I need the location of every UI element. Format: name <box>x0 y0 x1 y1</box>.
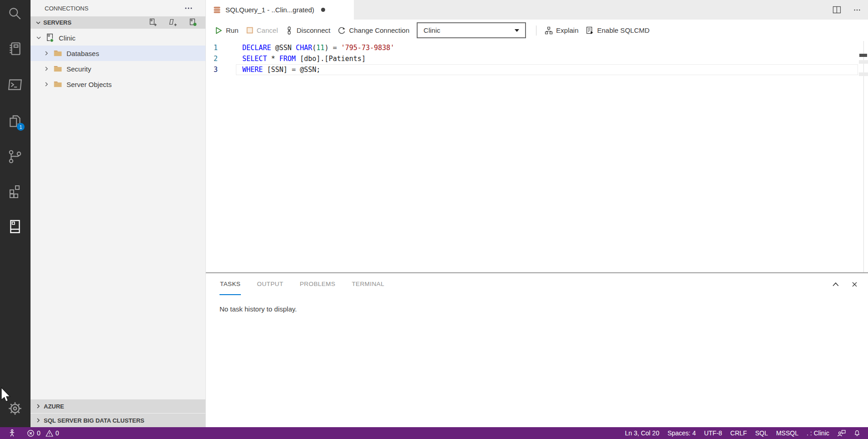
servers-section-label: SERVERS <box>43 19 71 26</box>
close-panel-icon[interactable] <box>851 281 858 288</box>
line-number: 3 <box>206 64 218 75</box>
run-button[interactable]: Run <box>211 23 242 38</box>
extensions-icon[interactable] <box>4 180 26 202</box>
notifications-bell-icon[interactable] <box>850 429 864 437</box>
overview-marker <box>859 72 868 76</box>
servers-section-header[interactable]: SERVERS <box>31 16 205 29</box>
overview-marker <box>859 60 868 64</box>
code-text: DECLARE @SSN CHAR(11) = '795-73-9838' <box>242 42 394 53</box>
editor-region: SQLQuery_1 - ..Clin...grated) <box>205 0 868 427</box>
chevron-right-icon <box>43 66 50 71</box>
panel-tab-tasks[interactable]: TASKS <box>220 273 241 295</box>
chevron-right-icon <box>36 418 41 423</box>
settings-gear-icon[interactable] <box>4 398 26 419</box>
sidebar-title: CONNECTIONS <box>45 5 88 12</box>
maximize-panel-icon[interactable] <box>832 281 839 287</box>
active-connections-icon[interactable] <box>189 18 198 27</box>
tree-row-server-objects[interactable]: Server Objects <box>31 77 205 92</box>
new-connection-icon[interactable] <box>149 18 158 27</box>
tree-label: Clinic <box>59 34 76 42</box>
split-editor-icon[interactable] <box>832 6 841 14</box>
database-dropdown-value: Clinic <box>424 26 440 34</box>
more-actions-icon[interactable] <box>853 6 861 14</box>
error-count: 0 <box>37 429 41 437</box>
code-line-3: 3 WHERE [SSN] = @SSN; <box>206 64 868 75</box>
editor-code-area[interactable]: 1 DECLARE @SSN CHAR(11) = '795-73-9838' … <box>206 41 868 272</box>
empty-tasks-message: No task history to display. <box>220 305 297 313</box>
chevron-down-icon <box>35 35 42 41</box>
language-status[interactable]: SQL <box>751 429 772 437</box>
cancel-button[interactable]: Cancel <box>242 23 282 38</box>
more-actions-icon[interactable] <box>184 4 193 12</box>
status-bar: 0 0 Ln 3, Col 20 Spaces: 4 UTF-8 CRLF SQ… <box>0 427 868 439</box>
folder-icon <box>53 49 62 57</box>
explain-label: Explain <box>556 26 578 34</box>
activity-bar: 1 <box>0 0 31 427</box>
servers-tree: Clinic Databases <box>31 29 205 92</box>
chevron-right-icon <box>43 51 50 56</box>
big-data-clusters-label: SQL SERVER BIG DATA CLUSTERS <box>44 417 144 424</box>
problems-status[interactable]: 0 0 <box>27 429 59 437</box>
disconnect-label: Disconnect <box>296 26 330 34</box>
toolbar-separator <box>536 26 536 36</box>
overview-cursor-marker <box>859 54 867 57</box>
panel-tab-terminal[interactable]: TERMINAL <box>351 273 384 295</box>
change-connection-button[interactable]: Change Connection <box>334 23 413 38</box>
chevron-right-icon <box>43 82 50 87</box>
source-control-icon[interactable] <box>4 146 26 168</box>
tasks-panel-body: No task history to display. <box>206 295 868 313</box>
bottom-panel: TASKS OUTPUT PROBLEMS TERMINAL <box>206 272 868 427</box>
open-editors-badge: 1 <box>17 123 25 131</box>
indentation-status[interactable]: Spaces: 4 <box>664 429 700 437</box>
search-icon[interactable] <box>4 3 26 25</box>
disconnect-button[interactable]: Disconnect <box>281 23 334 38</box>
warning-count: 0 <box>56 429 59 437</box>
tree-label: Server Objects <box>66 81 112 88</box>
tree-row-databases[interactable]: Databases <box>31 46 205 61</box>
feedback-icon[interactable] <box>833 429 850 437</box>
connections-icon[interactable] <box>4 215 26 237</box>
open-editors-icon[interactable]: 1 <box>4 110 26 132</box>
eol-status[interactable]: CRLF <box>726 429 751 437</box>
panel-tab-output[interactable]: OUTPUT <box>256 273 284 295</box>
status-bar-left: 0 0 <box>5 429 59 437</box>
tree-label: Databases <box>66 50 99 57</box>
line-number: 1 <box>206 42 218 53</box>
panel-tab-problems[interactable]: PROBLEMS <box>299 273 336 295</box>
chevron-down-icon <box>36 20 41 26</box>
query-toolbar: Run Cancel Disconnect <box>206 20 868 41</box>
line-number: 2 <box>206 53 218 64</box>
tree-label: Security <box>66 65 91 73</box>
azure-section-header[interactable]: AZURE <box>31 399 205 413</box>
accessibility-icon[interactable] <box>5 429 20 437</box>
unsaved-dot-icon[interactable] <box>321 8 325 12</box>
editor-tab-bar: SQLQuery_1 - ..Clin...grated) <box>206 0 868 20</box>
new-server-group-icon[interactable] <box>169 18 178 27</box>
code-text: WHERE [SSN] = @SSN; <box>242 64 321 75</box>
change-connection-label: Change Connection <box>349 26 409 34</box>
tab-sqlquery1[interactable]: SQLQuery_1 - ..Clin...grated) <box>206 0 354 20</box>
chevron-right-icon <box>36 403 41 409</box>
explain-button[interactable]: Explain <box>541 23 582 38</box>
azure-section-label: AZURE <box>44 403 64 410</box>
notebooks-icon[interactable] <box>4 38 26 60</box>
status-bar-right: Ln 3, Col 20 Spaces: 4 UTF-8 CRLF SQL MS… <box>621 429 864 437</box>
sidebar-title-row: CONNECTIONS <box>31 0 205 16</box>
chevron-down-icon <box>515 29 519 32</box>
provider-status[interactable]: MSSQL <box>772 429 802 437</box>
run-label: Run <box>226 26 239 34</box>
database-file-icon <box>213 5 221 14</box>
sidebar-bottom-sections: AZURE SQL SERVER BIG DATA CLUSTERS <box>31 399 205 427</box>
connection-status[interactable]: . : Clinic <box>802 429 833 437</box>
encoding-status[interactable]: UTF-8 <box>700 429 726 437</box>
database-dropdown[interactable]: Clinic <box>417 22 526 38</box>
big-data-clusters-section-header[interactable]: SQL SERVER BIG DATA CLUSTERS <box>31 413 205 427</box>
enable-sqlcmd-button[interactable]: Enable SQLCMD <box>582 23 653 38</box>
cursor-position-status[interactable]: Ln 3, Col 20 <box>621 429 664 437</box>
azure-data-studio-window: 1 <box>0 0 868 439</box>
tree-row-clinic[interactable]: Clinic <box>31 30 205 46</box>
main-area: 1 <box>0 0 868 427</box>
folder-icon <box>53 65 62 73</box>
terminal-icon[interactable] <box>4 74 26 96</box>
tree-row-security[interactable]: Security <box>31 61 205 77</box>
